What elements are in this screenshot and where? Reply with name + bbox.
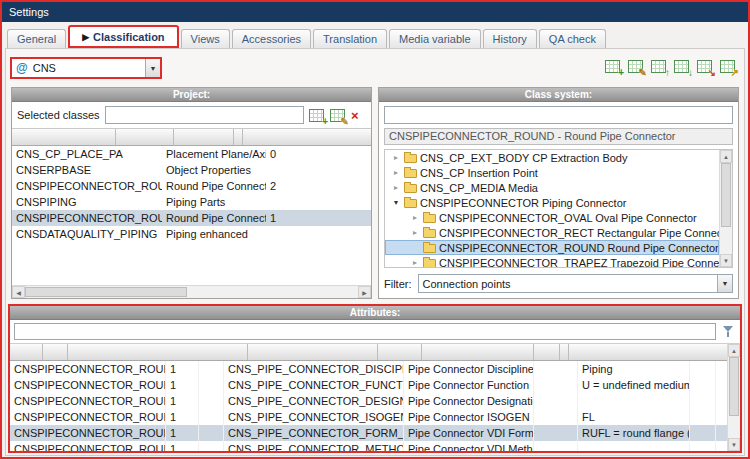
- context-dropdown[interactable]: @ CNS ▼: [10, 57, 162, 79]
- table-edit-icon[interactable]: ✎: [628, 60, 643, 73]
- filter-dropdown-value: Connection points: [419, 278, 718, 290]
- table-export-icon[interactable]: ↑: [651, 60, 666, 73]
- overlay-glyph: +: [322, 116, 328, 127]
- table-import-icon[interactable]: ↓: [674, 60, 689, 73]
- column-header[interactable]: [534, 344, 560, 360]
- scrollbar-thumb[interactable]: [721, 163, 731, 227]
- table-new-icon[interactable]: +: [605, 60, 620, 73]
- class-system-search-input[interactable]: [384, 106, 733, 124]
- attributes-search-input[interactable]: [14, 323, 716, 340]
- expander-icon[interactable]: [410, 228, 420, 237]
- scrollbar-thumb[interactable]: [729, 357, 739, 416]
- tab-accessories[interactable]: Accessories: [232, 29, 311, 48]
- tab-qa-check[interactable]: QA check: [539, 29, 606, 48]
- tab-history[interactable]: History: [483, 29, 537, 48]
- tree-node[interactable]: CNSPIPECONNECTOR_TRAPEZ Trapezoid Pipe C…: [385, 255, 719, 268]
- table-row[interactable]: CNS_CP_PLACE_PA Placement Plane/Axis 0: [12, 146, 371, 162]
- table-row[interactable]: CNSPIPECONNECTOR_ROUND 1 CNS_PIPE_CONNEC…: [10, 361, 727, 377]
- chevron-down-icon[interactable]: ▼: [717, 275, 732, 292]
- expander-icon[interactable]: [391, 183, 401, 192]
- table-row[interactable]: CNSPIPECONNECTOR_ROUND Round Pipe Connec…: [12, 178, 371, 194]
- tab-media-variable[interactable]: Media variable: [389, 29, 481, 48]
- table-row[interactable]: CNSPIPECONNECTOR_ROUND 1 CNS_PIPE_CONNEC…: [10, 441, 727, 451]
- scroll-right-icon[interactable]: ▶: [358, 286, 371, 298]
- tree-node[interactable]: CNS_CP_EXT_BODY CP Extraction Body: [385, 150, 719, 165]
- table-row[interactable]: CNSERPBASE Object Properties: [12, 162, 371, 178]
- cell-condition: [324, 210, 371, 226]
- tree-node[interactable]: CNSPIPECONNECTOR_ROUND Round Pipe Connec…: [385, 240, 719, 255]
- scroll-up-icon[interactable]: ▲: [720, 150, 732, 163]
- column-header[interactable]: [43, 344, 68, 360]
- table-row[interactable]: CNSPIPING Piping Parts: [12, 194, 371, 210]
- table-row[interactable]: CNSDATAQUALITY_PIPING Piping enhanced: [12, 226, 371, 242]
- cell-id: CNS_CP_PLACE_PA: [12, 146, 162, 162]
- edit-class-icon[interactable]: ✎: [330, 109, 345, 122]
- table-row[interactable]: CNSPIPECONNECTOR_ROUND 1 CNS_PIPE_CONNEC…: [10, 409, 727, 425]
- tree-node[interactable]: CNSPIPECONNECTOR Piping Connector: [385, 195, 719, 210]
- column-header[interactable]: [12, 129, 116, 145]
- scroll-down-icon[interactable]: ▼: [720, 254, 732, 267]
- tab-views[interactable]: Views: [181, 29, 230, 48]
- cell-unit: [690, 361, 716, 377]
- tree-node[interactable]: CNS_CP_MEDIA Media: [385, 180, 719, 195]
- table-row[interactable]: CNSPIPECONNECTOR_ROUND 1 CNS_PIPE_CONNEC…: [10, 425, 727, 441]
- cell-id: CNSDATAQUALITY_PIPING: [12, 226, 162, 242]
- expander-icon[interactable]: [391, 168, 401, 177]
- tree-node[interactable]: CNS_CP Insertion Point: [385, 165, 719, 180]
- column-header[interactable]: [116, 129, 174, 145]
- funnel-filter-icon[interactable]: [721, 324, 736, 339]
- table-transfer-out-icon[interactable]: ↗: [720, 60, 735, 73]
- table-row[interactable]: CNSPIPECONNECTOR_ROUND Round Pipe Connec…: [12, 210, 371, 226]
- scroll-up-icon[interactable]: ▲: [728, 344, 740, 357]
- column-header[interactable]: [174, 129, 234, 145]
- cell-variable: [534, 409, 578, 425]
- cell-id: CNSPIPECONNECTOR_ROUND: [12, 210, 162, 226]
- chevron-down-icon[interactable]: ▼: [145, 59, 160, 77]
- table-transfer-in-icon[interactable]: ↘: [697, 60, 712, 73]
- expander-icon[interactable]: [391, 198, 401, 207]
- grid-glyph: [651, 60, 666, 73]
- remove-class-icon[interactable]: ×: [351, 109, 366, 122]
- cell-variable: [534, 441, 578, 451]
- vertical-scrollbar[interactable]: ▲ ▼: [719, 150, 732, 267]
- filter-dropdown[interactable]: Connection points ▼: [418, 274, 734, 293]
- tab-translation[interactable]: Translation: [313, 29, 387, 48]
- scroll-down-icon[interactable]: ▼: [728, 438, 740, 451]
- vertical-scrollbar[interactable]: ▲ ▼: [727, 344, 740, 451]
- selected-classes-input[interactable]: [105, 106, 304, 124]
- expander-icon[interactable]: [410, 258, 420, 267]
- grid-glyph: [674, 60, 689, 73]
- column-header[interactable]: [234, 129, 243, 145]
- tab-general[interactable]: General: [7, 29, 66, 48]
- cell-description: Piping Parts: [162, 194, 266, 210]
- column-header[interactable]: [68, 344, 248, 360]
- overlay-glyph: ✎: [639, 67, 647, 78]
- table-row[interactable]: CNSPIPECONNECTOR_ROUND 1 CNS_PIPE_CONNEC…: [10, 377, 727, 393]
- filter-label: Filter:: [384, 278, 412, 290]
- attributes-table-body: CNSPIPECONNECTOR_ROUND 1 CNS_PIPE_CONNEC…: [10, 361, 727, 451]
- at-icon: @: [16, 61, 28, 75]
- tree-node-label: CNS_CP_MEDIA Media: [420, 182, 538, 194]
- title-bar[interactable]: Settings: [2, 2, 748, 22]
- tab-label: Classification: [93, 31, 165, 43]
- scrollbar-thumb[interactable]: [25, 287, 187, 297]
- table-row[interactable]: CNSPIPECONNECTOR_ROUND 1 CNS_PIPE_CONNEC…: [10, 393, 727, 409]
- tree-node[interactable]: CNSPIPECONNECTOR_OVAL Oval Pipe Connecto…: [385, 210, 719, 225]
- column-header[interactable]: [378, 344, 422, 360]
- column-header[interactable]: [248, 344, 378, 360]
- cell-description: Pipe Connector VDI Form Code: [404, 425, 534, 441]
- expander-icon[interactable]: [391, 153, 401, 162]
- horizontal-scrollbar[interactable]: ◀ ▶: [12, 285, 371, 298]
- column-header[interactable]: [10, 344, 43, 360]
- column-header[interactable]: [422, 344, 534, 360]
- tab-classification[interactable]: ▶ Classification: [68, 25, 178, 48]
- scroll-left-icon[interactable]: ◀: [12, 286, 25, 298]
- column-header[interactable]: [560, 344, 569, 360]
- cell-description: Pipe Connector VDI Method: [404, 441, 534, 451]
- tree-node[interactable]: CNSPIPECONNECTOR_RECT Rectangular Pipe C…: [385, 225, 719, 240]
- cell-instance: 1: [166, 425, 199, 441]
- add-class-icon[interactable]: +: [309, 109, 324, 122]
- cell-feature: CNS_PIPE_CONNECTOR_FORM_CODE: [224, 425, 404, 441]
- expander-icon[interactable]: [410, 213, 420, 222]
- cell-id: CNSERPBASE: [12, 162, 162, 178]
